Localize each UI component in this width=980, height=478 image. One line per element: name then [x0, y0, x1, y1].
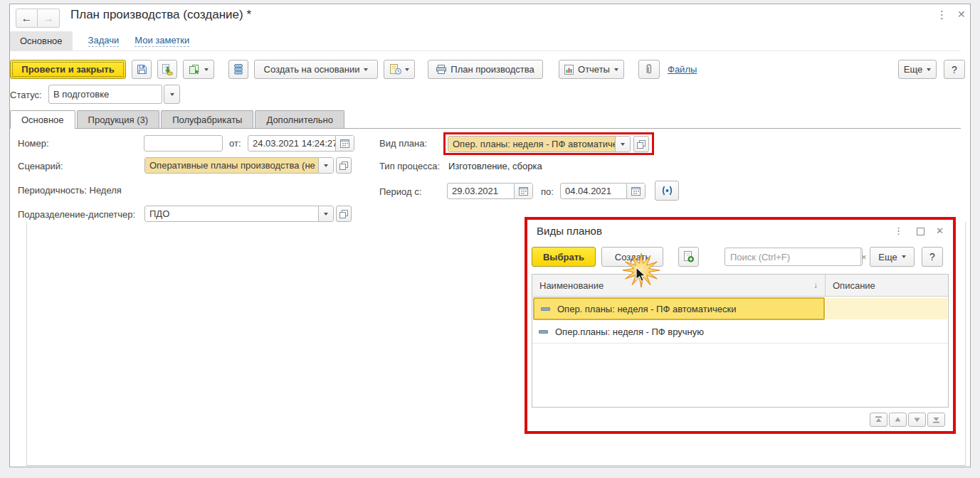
- dropdown-caret-icon: [364, 68, 368, 71]
- nav-tab-zadachi[interactable]: Задачи: [88, 35, 120, 47]
- row-name-text: Опер.планы: неделя - ПФ вручную: [555, 326, 704, 337]
- page-title: План производства (создание) *: [70, 8, 251, 22]
- search-input[interactable]: [725, 248, 860, 265]
- datetime-value: 24.03.2021 14:24:27: [248, 136, 335, 151]
- save-button[interactable]: [132, 60, 152, 79]
- dropdown-caret-icon: [324, 213, 328, 216]
- dropdown-caret-icon: [927, 68, 931, 71]
- dropdown-caret-icon: [405, 68, 409, 71]
- doc-tabs: Основное Продукция (3) Полуфабрикаты Доп…: [10, 110, 344, 129]
- back-icon: ←: [21, 12, 33, 25]
- selected-row-description-cell[interactable]: [826, 298, 947, 319]
- tab-dopolnitelno[interactable]: Дополнительно: [255, 110, 344, 129]
- tab-produkciya[interactable]: Продукция (3): [77, 110, 160, 129]
- window-menu-icon[interactable]: ⋮: [937, 9, 948, 21]
- select-button[interactable]: Выбрать: [532, 247, 596, 267]
- content-frame-right: [965, 222, 966, 466]
- copy-icon: [189, 65, 201, 75]
- calendar-icon[interactable]: [626, 184, 645, 198]
- plan-kinds-table: Наименование ↓ Описание Опер. планы: нед…: [532, 274, 949, 408]
- post-button[interactable]: [157, 60, 177, 79]
- period-from-label: Период с:: [379, 186, 421, 197]
- create-button[interactable]: Создать: [601, 247, 663, 267]
- reports-button[interactable]: Отчеты: [559, 60, 624, 79]
- number-input[interactable]: [144, 135, 223, 152]
- status-dropdown-button[interactable]: [164, 85, 180, 104]
- go-first-button[interactable]: [870, 413, 887, 427]
- go-first-icon: [875, 416, 882, 423]
- datetime-input[interactable]: 24.03.2021 14:24:27: [248, 135, 354, 152]
- period-to-input[interactable]: 04.04.2021: [560, 183, 646, 199]
- status-field[interactable]: В подготовке: [48, 85, 162, 104]
- plan-kind-label: Вид плана:: [379, 138, 427, 149]
- separator: [10, 51, 961, 51]
- popup-more-button[interactable]: Еще: [870, 247, 915, 267]
- go-last-button[interactable]: [927, 413, 945, 427]
- back-button[interactable]: ←: [16, 9, 38, 28]
- table-row[interactable]: Опер.планы: неделя - ПФ вручную: [532, 320, 948, 343]
- table-row[interactable]: Опер. планы: неделя - ПФ автоматически: [532, 297, 948, 320]
- forward-icon: →: [43, 12, 54, 25]
- search-clear-icon[interactable]: ×: [860, 248, 867, 265]
- period-chart-button[interactable]: [655, 181, 679, 201]
- files-link[interactable]: Файлы: [668, 64, 697, 75]
- row-separator: [532, 343, 948, 344]
- popup-help-button[interactable]: ?: [922, 247, 943, 267]
- status-label: Статус:: [10, 90, 42, 100]
- plan-kind-open-button[interactable]: [633, 136, 649, 152]
- copy-dropdown-button[interactable]: [183, 60, 214, 79]
- print-plan-button[interactable]: План производства: [428, 60, 543, 79]
- scenario-dropdown-button[interactable]: [318, 158, 333, 173]
- period-wave-icon: [660, 186, 674, 196]
- search-box: ×: [725, 248, 863, 266]
- column-name-label: Наименование: [539, 280, 604, 291]
- plan-kind-field[interactable]: Опер. планы: неделя - ПФ автоматиче: [448, 136, 631, 152]
- tab-polufabrikaty[interactable]: Полуфабрикаты: [161, 110, 253, 129]
- calendar-icon[interactable]: [335, 136, 354, 151]
- popup-maximize-icon[interactable]: [917, 228, 924, 235]
- selected-row-name-cell[interactable]: Опер. планы: неделя - ПФ автоматически: [533, 297, 825, 320]
- history-nav: ← →: [16, 9, 60, 28]
- dropdown-caret-icon: [170, 93, 174, 96]
- help-button[interactable]: ?: [944, 60, 965, 79]
- tab-osnovnoe[interactable]: Основное: [10, 110, 75, 129]
- column-header-description[interactable]: Описание: [826, 275, 948, 296]
- calendar-icon[interactable]: [514, 184, 532, 198]
- post-and-close-button[interactable]: Провести и закрыть: [10, 60, 126, 79]
- scenario-field[interactable]: Оперативные планы производства (не: [144, 157, 334, 174]
- create-based-on-button[interactable]: Создать на основании: [254, 60, 378, 79]
- column-header-name[interactable]: Наименование ↓: [532, 275, 826, 296]
- attachments-button[interactable]: [638, 60, 660, 79]
- post-document-icon: [162, 64, 173, 75]
- window-close-icon[interactable]: ✕: [957, 9, 966, 20]
- scenario-open-button[interactable]: [336, 157, 352, 174]
- popup-menu-icon[interactable]: ⋮: [894, 225, 903, 236]
- dispatcher-dropdown-button[interactable]: [318, 206, 333, 221]
- period-to-value: 04.04.2021: [561, 184, 626, 198]
- nav-tab-moi-zametki[interactable]: Мои заметки: [135, 35, 189, 47]
- popup-close-icon[interactable]: ✕: [936, 225, 944, 236]
- period-to-label: по:: [541, 186, 554, 197]
- dropdown-caret-icon: [902, 255, 906, 258]
- period-from-value: 29.03.2021: [448, 184, 514, 198]
- more-label: Еще: [904, 64, 922, 75]
- go-down-button[interactable]: [908, 413, 926, 427]
- period-from-input[interactable]: 29.03.2021: [447, 183, 533, 199]
- forward-button[interactable]: →: [38, 9, 60, 28]
- more-button[interactable]: Еще: [898, 60, 937, 79]
- create-group-button[interactable]: [678, 247, 699, 267]
- dispatcher-field[interactable]: ПДО: [144, 206, 334, 222]
- list-icon: [234, 64, 243, 75]
- catalog-item-icon: [539, 330, 548, 334]
- document-journal-dropdown-button[interactable]: [384, 60, 415, 79]
- register-records-button[interactable]: [228, 60, 248, 79]
- plan-kind-dropdown-button[interactable]: [615, 137, 630, 152]
- save-icon: [137, 64, 147, 75]
- dispatcher-open-button[interactable]: [336, 206, 352, 222]
- nav-tab-osnovnoe[interactable]: Основное: [10, 31, 73, 51]
- process-type-value: Изготовление, сборка: [448, 161, 542, 171]
- new-document-icon: [683, 251, 694, 262]
- column-description-label: Описание: [833, 280, 875, 291]
- go-last-icon: [932, 416, 940, 423]
- go-up-button[interactable]: [889, 413, 907, 427]
